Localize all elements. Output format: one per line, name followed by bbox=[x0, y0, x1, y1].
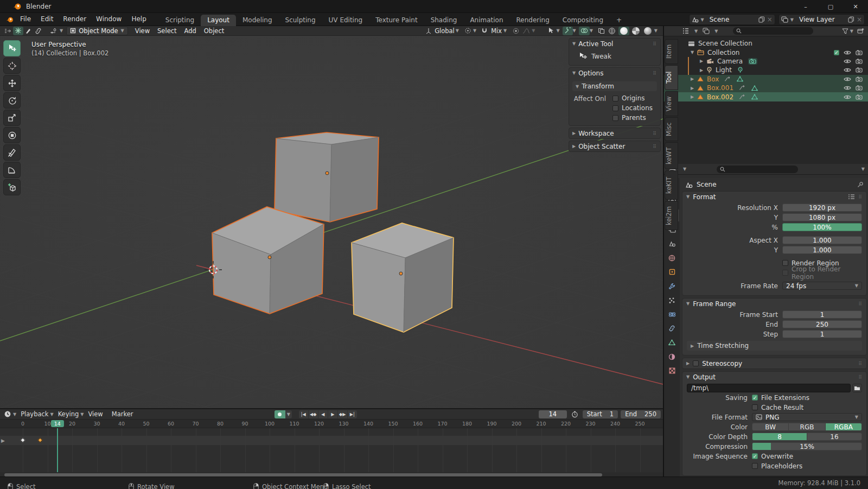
workspace-tab-rendering[interactable]: Rendering bbox=[510, 15, 556, 26]
outliner-display-mode-icon[interactable] bbox=[680, 27, 691, 35]
tool-rotate-button[interactable] bbox=[3, 92, 21, 109]
disclosure-icon[interactable]: ▶ bbox=[699, 68, 704, 73]
disclosure-icon[interactable]: ▶ bbox=[690, 77, 695, 81]
checkbox-unchecked[interactable] bbox=[693, 360, 699, 366]
menu-file[interactable]: File bbox=[15, 13, 36, 26]
render-visibility-toggle[interactable] bbox=[856, 67, 863, 73]
checkbox-checked[interactable]: ✓ bbox=[752, 395, 758, 401]
outliner-row-camera[interactable]: ▶Camera bbox=[664, 57, 868, 66]
viewport-menu-add[interactable]: Add bbox=[181, 27, 200, 35]
orientation-dropdown[interactable]: Global bbox=[433, 27, 456, 35]
new-collection-icon[interactable] bbox=[856, 27, 866, 35]
properties-options-icon[interactable]: ▼ bbox=[861, 167, 865, 172]
value-field-resolution-x[interactable]: 1920 px bbox=[782, 204, 862, 212]
tool-scale-button[interactable] bbox=[3, 110, 21, 126]
hide-eye-toggle[interactable] bbox=[844, 77, 851, 82]
value-field-aspect-x[interactable]: 1.000 bbox=[782, 236, 862, 244]
checkbox-unchecked[interactable] bbox=[752, 463, 758, 469]
outliner-row-box[interactable]: ▶Box bbox=[664, 75, 868, 84]
hide-eye-toggle[interactable] bbox=[844, 85, 851, 91]
tool-add-cube-button[interactable] bbox=[3, 179, 21, 195]
checkbox-unchecked[interactable] bbox=[612, 115, 618, 121]
menu-render[interactable]: Render bbox=[58, 13, 91, 26]
link-icon[interactable] bbox=[33, 27, 43, 35]
sidebar-tab-misc[interactable]: Misc bbox=[665, 117, 678, 141]
view-layer-selector[interactable]: ▼ View Layer × bbox=[778, 14, 865, 25]
gizmos-toggle-icon[interactable] bbox=[563, 27, 573, 35]
tool-tweak-button[interactable] bbox=[3, 40, 21, 56]
options-panel-header[interactable]: ▼ Options ⠿ bbox=[569, 68, 660, 78]
render-visibility-toggle[interactable] bbox=[856, 77, 863, 82]
properties-tab-modifiers[interactable] bbox=[665, 280, 679, 292]
tool-measure-button[interactable] bbox=[3, 162, 21, 178]
current-frame-field[interactable]: 14 bbox=[539, 410, 567, 418]
checkbox-crop-to-render-region[interactable]: Crop to Render Region bbox=[782, 265, 862, 281]
checkbox-unchecked[interactable] bbox=[612, 105, 618, 111]
proportional-falloff-icon[interactable] bbox=[521, 27, 532, 35]
checkbox-file-extensions[interactable]: ✓File Extensions bbox=[752, 394, 809, 402]
workspace-tab-sculpting[interactable]: Sculpting bbox=[279, 15, 322, 26]
segment-rgba[interactable]: RGBA bbox=[826, 423, 861, 430]
remove-view-layer-icon[interactable]: × bbox=[857, 16, 862, 23]
transform-orientation-icon[interactable] bbox=[424, 27, 433, 35]
overlays-toggle-icon[interactable] bbox=[579, 27, 590, 35]
value-field-frame-start[interactable]: 1 bbox=[782, 310, 862, 319]
checkbox-checked[interactable]: ✓ bbox=[752, 453, 758, 459]
frame-end-field[interactable]: End250 bbox=[621, 410, 661, 418]
show-object-types-icon[interactable] bbox=[546, 27, 556, 35]
disclosure-icon[interactable]: ▶ bbox=[699, 59, 704, 63]
properties-tab-physics[interactable] bbox=[665, 308, 679, 320]
subpanel-time-stretching[interactable]: ▶Time Stretching bbox=[687, 341, 862, 351]
outliner-row-box-002[interactable]: ▶Box.002 bbox=[664, 92, 868, 101]
value-field-step[interactable]: 1 bbox=[782, 330, 862, 338]
tool-move-button[interactable] bbox=[3, 75, 21, 91]
segment-16[interactable]: 16 bbox=[807, 433, 861, 440]
workspace-tab-uv-editing[interactable]: UV Editing bbox=[322, 15, 369, 26]
sidebar-tab-tool[interactable]: Tool bbox=[665, 65, 678, 90]
proportional-editing-icon[interactable] bbox=[511, 27, 521, 35]
scene-name[interactable]: Scene bbox=[706, 16, 756, 23]
sidebar-tab-view[interactable]: View bbox=[665, 91, 678, 116]
jump-to-start-button[interactable]: |◀ bbox=[299, 410, 308, 418]
hide-eye-toggle[interactable] bbox=[844, 67, 851, 73]
menu-edit[interactable]: Edit bbox=[36, 13, 58, 26]
timeline-ruler[interactable]: 0102030405060708090100110120130140150160… bbox=[0, 420, 663, 428]
outliner-row-box-001[interactable]: ▶Box.001 bbox=[664, 84, 868, 92]
shading-material-icon[interactable] bbox=[630, 27, 641, 35]
properties-search-input[interactable] bbox=[717, 166, 798, 173]
timeline-editor[interactable]: ▼ Playback▼Keying▼ViewMarker ▼ |◀◀◆◀▶◆▶▶… bbox=[0, 408, 663, 477]
blender-menu-icon[interactable] bbox=[4, 15, 15, 24]
viewport-menu-select[interactable]: Select bbox=[154, 27, 180, 35]
value-field-y[interactable]: 1.000 bbox=[782, 246, 862, 254]
segment-rgb[interactable]: RGB bbox=[789, 423, 825, 430]
outliner-row-collection[interactable]: ▼Collection✓ bbox=[664, 48, 868, 56]
workspace-tab-shading[interactable]: Shading bbox=[424, 15, 464, 26]
next-keyframe-button[interactable]: ◆▶ bbox=[338, 410, 347, 418]
object-mode-dropdown[interactable]: Object Mode ▼ bbox=[66, 27, 128, 35]
menu-help[interactable]: Help bbox=[126, 13, 151, 26]
transform-subpanel-header[interactable]: ▼Transform bbox=[572, 81, 657, 91]
hide-eye-toggle[interactable] bbox=[844, 59, 851, 64]
workspace-tab-compositing[interactable]: Compositing bbox=[556, 15, 610, 26]
viewport-menu-object[interactable]: Object bbox=[200, 27, 228, 35]
editor-type-selector[interactable] bbox=[2, 27, 13, 35]
hide-eye-toggle[interactable] bbox=[844, 94, 851, 100]
shading-solid-icon[interactable] bbox=[618, 27, 629, 35]
outliner-row-light[interactable]: ▶Light bbox=[664, 66, 868, 74]
close-button[interactable]: ✕ bbox=[843, 0, 868, 13]
properties-editor[interactable]: ▼ ▼ Scene ▼Format⠿Resolut bbox=[664, 164, 868, 477]
shading-dropdown-icon[interactable]: ▼ bbox=[654, 28, 658, 33]
properties-tab-particles[interactable] bbox=[665, 294, 679, 306]
outliner-row-scene-collection[interactable]: Scene Collection bbox=[664, 39, 868, 48]
render-visibility-toggle[interactable] bbox=[856, 59, 863, 64]
tool-settings-preset-icon[interactable] bbox=[48, 27, 60, 35]
sidebar-tab-kei2m[interactable]: kei2m bbox=[665, 201, 678, 230]
affect-only-origins[interactable]: Origins bbox=[612, 94, 653, 102]
viewport-menu-view[interactable]: View bbox=[131, 27, 154, 35]
snap-magnet-icon[interactable] bbox=[480, 27, 489, 35]
jump-to-end-button[interactable]: ▶| bbox=[348, 410, 357, 418]
slider-compression[interactable]: 15% bbox=[752, 442, 862, 450]
pin-icon[interactable] bbox=[857, 181, 864, 188]
outliner-filter-id-icon[interactable] bbox=[701, 27, 711, 35]
affect-only-parents[interactable]: Parents bbox=[612, 114, 653, 122]
